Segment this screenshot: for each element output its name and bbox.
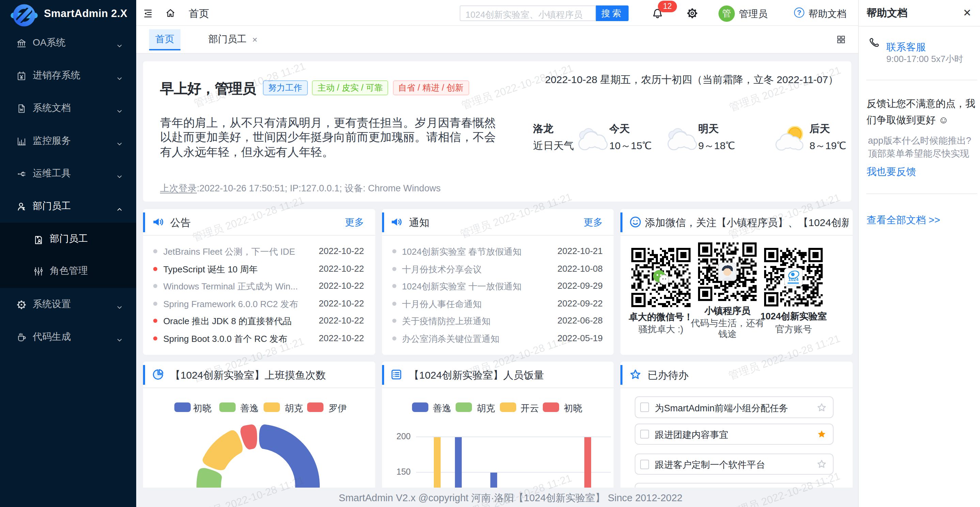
svg-text:1024: 1024 [789, 277, 799, 282]
